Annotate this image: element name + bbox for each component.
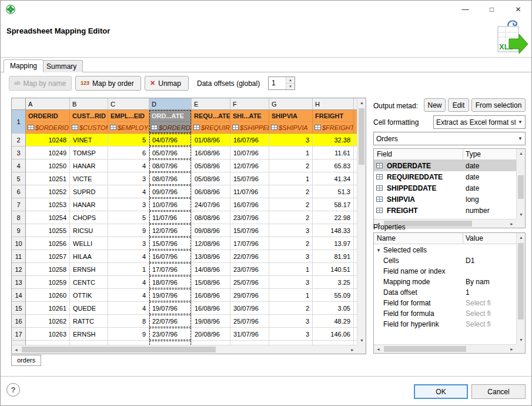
property-row[interactable]: Mapping modeBy nam <box>374 277 516 287</box>
data-offset-spinner[interactable]: 1 ▲ ▼ <box>268 76 295 90</box>
properties-horizontal-scrollbar[interactable]: ◄ ► <box>374 344 516 353</box>
cell-E8[interactable]: 08/08/96 <box>192 211 230 224</box>
spinner-up-icon[interactable]: ▲ <box>286 77 295 84</box>
cell-D14[interactable]: 19/07/96 <box>149 289 192 302</box>
cell-F14[interactable]: 29/07/96 <box>230 289 269 302</box>
metadata-combo[interactable]: Orders ▼ <box>373 132 526 145</box>
cell-F2[interactable]: 16/07/96 <box>230 134 269 147</box>
row-header-1[interactable]: 1 <box>12 110 26 134</box>
cell-E11[interactable]: 13/08/96 <box>192 250 230 263</box>
cell-D3[interactable]: 05/07/96 <box>149 147 192 159</box>
cell-E16[interactable]: 19/08/96 <box>192 315 230 328</box>
cell-G5[interactable]: 1 <box>269 172 313 185</box>
cell-B3[interactable]: TOMSP <box>70 147 108 159</box>
cell-G9[interactable]: 3 <box>269 224 313 237</box>
properties-vertical-scrollbar[interactable]: ▲ ▼ <box>516 233 525 344</box>
row-header-6[interactable]: 6 <box>12 185 26 198</box>
cell-E12[interactable]: 14/08/96 <box>192 263 230 276</box>
cell-F12[interactable]: 23/07/96 <box>230 263 269 276</box>
property-row[interactable]: Field for formulaSelect fi <box>374 308 516 319</box>
cell-G3[interactable]: 1 <box>269 147 313 159</box>
cell-B12[interactable]: ERNSH <box>70 263 108 276</box>
cell-C13[interactable]: 4 <box>108 276 149 289</box>
name-column-header[interactable]: Name <box>374 233 463 244</box>
property-row[interactable]: Field for formatSelect fi <box>374 298 516 308</box>
mapped-header-cell-C[interactable]: EMPL...EID$EMPLOYEE <box>108 110 149 134</box>
cell-B14[interactable]: OTTIK <box>70 289 108 302</box>
cell-B18[interactable]: FOLKO <box>70 341 108 345</box>
row-header-4[interactable]: 4 <box>12 159 26 172</box>
cell-B13[interactable]: CENTC <box>70 276 108 289</box>
cell-G10[interactable]: 2 <box>269 237 313 250</box>
scroll-right-icon[interactable]: ► <box>348 345 357 354</box>
type-column-header[interactable]: Type <box>463 149 516 159</box>
column-header-D[interactable]: D <box>149 98 192 110</box>
cell-G17[interactable]: 3 <box>269 328 313 341</box>
tab-summary[interactable]: Summary <box>40 60 83 72</box>
cell-G14[interactable]: 1 <box>269 289 313 302</box>
scroll-down-icon[interactable]: ▼ <box>517 210 526 219</box>
column-header-F[interactable]: F <box>230 98 269 110</box>
grid-corner-cell[interactable] <box>12 98 26 110</box>
column-header-E[interactable]: E <box>192 98 230 110</box>
cell-A11[interactable]: 10257 <box>26 250 70 263</box>
mapped-header-cell-A[interactable]: ORDERID$ORDERID <box>26 110 70 134</box>
field-row[interactable]: FREIGHTnumber <box>374 205 516 216</box>
mapped-header-cell-E[interactable]: REQU...ATE$REQUIRED <box>192 110 230 134</box>
column-header-A[interactable]: A <box>26 98 70 110</box>
cell-B7[interactable]: HANAR <box>70 198 108 211</box>
cell-E4[interactable]: 05/08/96 <box>192 159 230 172</box>
cell-D18[interactable]: 24/07/96 <box>149 341 192 345</box>
cell-F15[interactable]: 30/07/96 <box>230 302 269 315</box>
data-offset-value[interactable]: 1 <box>269 77 286 89</box>
scroll-up-icon[interactable]: ▲ <box>517 149 526 158</box>
cell-H14[interactable]: 55.09 <box>313 289 354 302</box>
cell-G6[interactable]: 2 <box>269 185 313 198</box>
cell-A17[interactable]: 10263 <box>26 328 70 341</box>
cell-C8[interactable]: 5 <box>108 211 149 224</box>
cell-B8[interactable]: CHOPS <box>70 211 108 224</box>
grid-horizontal-scrollbar[interactable]: ◄ ► <box>12 345 357 354</box>
map-by-order-button[interactable]: 123 Map by order <box>75 76 141 91</box>
cell-C18[interactable]: 6 <box>108 341 149 345</box>
mapped-header-cell-D[interactable]: ORD...ATE$ORDERDA <box>149 110 192 134</box>
title-bar[interactable]: — □ ✕ <box>1 1 531 18</box>
cell-D4[interactable]: 08/07/96 <box>149 159 192 172</box>
cell-H2[interactable]: 32.38 <box>313 134 354 147</box>
cell-A18[interactable]: 10264 <box>26 341 70 345</box>
cell-D12[interactable]: 17/07/96 <box>149 263 192 276</box>
field-row[interactable]: SHIPVIAlong <box>374 194 516 205</box>
cell-D5[interactable]: 08/07/96 <box>149 172 192 185</box>
row-header-18[interactable]: 18 <box>12 341 26 345</box>
row-header-11[interactable]: 11 <box>12 250 26 263</box>
cell-D15[interactable]: 19/07/96 <box>149 302 192 315</box>
column-header-H[interactable]: H <box>313 98 354 110</box>
cell-F11[interactable]: 22/07/96 <box>230 250 269 263</box>
cell-G7[interactable]: 2 <box>269 198 313 211</box>
maximize-button[interactable]: □ <box>479 1 505 18</box>
cell-A8[interactable]: 10254 <box>26 211 70 224</box>
edit-metadata-button[interactable]: Edit <box>448 98 469 112</box>
property-row[interactable]: Data offset1 <box>374 287 516 298</box>
help-button[interactable]: ? <box>6 383 20 397</box>
property-group-selected-cells[interactable]: ▾Selected cells <box>374 244 516 255</box>
cell-A16[interactable]: 10262 <box>26 315 70 328</box>
cell-A5[interactable]: 10251 <box>26 172 70 185</box>
row-header-8[interactable]: 8 <box>12 211 26 224</box>
cell-A10[interactable]: 10256 <box>26 237 70 250</box>
cell-H5[interactable]: 41.34 <box>313 172 354 185</box>
cell-F13[interactable]: 25/07/96 <box>230 276 269 289</box>
field-table-vertical-scrollbar[interactable]: ▲ ▼ <box>516 149 525 219</box>
row-header-16[interactable]: 16 <box>12 315 26 328</box>
cell-B11[interactable]: HILAA <box>70 250 108 263</box>
row-header-15[interactable]: 15 <box>12 302 26 315</box>
cell-F4[interactable]: 12/07/96 <box>230 159 269 172</box>
cell-H12[interactable]: 140.51 <box>313 263 354 276</box>
scrollbar-thumb[interactable] <box>359 108 364 165</box>
cell-C4[interactable]: 4 <box>108 159 149 172</box>
value-column-header[interactable]: Value <box>463 233 516 244</box>
cell-C7[interactable]: 3 <box>108 198 149 211</box>
cell-G15[interactable]: 2 <box>269 302 313 315</box>
scroll-up-icon[interactable]: ▲ <box>517 233 526 242</box>
tab-mapping[interactable]: Mapping <box>4 59 44 72</box>
